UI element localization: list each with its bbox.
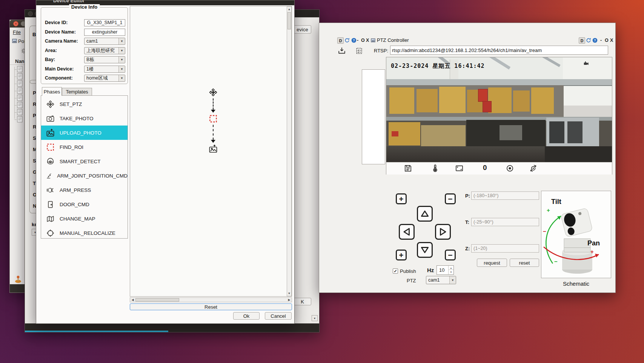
scroll-left-arrow[interactable]: ◀ xyxy=(130,298,135,302)
minimize-button[interactable]: - xyxy=(600,38,602,43)
zoom-input[interactable] xyxy=(471,244,539,253)
field-label: Device Name: xyxy=(45,29,76,35)
chevron-down-icon: ▼ xyxy=(118,66,125,72)
reload-icon[interactable] xyxy=(344,37,350,43)
tab-phases[interactable]: Phases xyxy=(42,87,62,96)
tree-item-document-icon[interactable] xyxy=(17,87,23,94)
fullscreen-icon[interactable] xyxy=(455,164,464,173)
tree-item-document-icon[interactable] xyxy=(17,80,23,87)
combo-value: B栋 xyxy=(85,57,118,63)
camera-name-select[interactable]: cam1▼ xyxy=(84,38,125,45)
tilt-down-button[interactable] xyxy=(417,242,433,258)
pan-label: Pan xyxy=(587,239,600,247)
rtsp-input[interactable] xyxy=(390,46,608,55)
pan-field-label: P: xyxy=(465,193,470,199)
bay-select[interactable]: B栋▼ xyxy=(84,56,125,63)
maximize-button[interactable]: O xyxy=(605,38,609,43)
scrollbar-thumb[interactable] xyxy=(135,298,179,302)
close-button[interactable]: X xyxy=(366,38,369,43)
main-device-select[interactable]: 1楼▼ xyxy=(84,66,125,73)
tilt-input[interactable] xyxy=(471,218,539,226)
scroll-up-arrow[interactable]: ▲ xyxy=(287,7,291,12)
spin-down-button[interactable]: ▼ xyxy=(448,270,453,274)
ok-button-clipped[interactable]: K xyxy=(294,298,311,305)
ptz-reset-button[interactable]: reset xyxy=(510,259,539,267)
phase-item-take_photo[interactable]: TAKE_PHOTO xyxy=(41,111,128,126)
area-select[interactable]: 上海联想研究▼ xyxy=(84,47,125,54)
ok-button[interactable]: Ok xyxy=(233,312,260,320)
focus-in-button[interactable]: − xyxy=(445,250,456,260)
phase-item-manual_relocalize[interactable]: MANUAL_RELOCALIZE xyxy=(41,226,128,240)
pan-input[interactable] xyxy=(471,191,539,200)
phase-item-door_cmd[interactable]: DOOR_CMD xyxy=(41,197,128,211)
record-icon[interactable] xyxy=(506,164,514,173)
tree-item-document-icon[interactable] xyxy=(17,109,23,115)
tilt-up-button[interactable] xyxy=(417,206,433,222)
scroll-right-arrow[interactable]: ▶ xyxy=(287,298,292,302)
phase-item-upload_photo[interactable]: UPLOAD_PHOTO xyxy=(41,126,128,140)
dialog-title: Device Editor xyxy=(53,0,85,3)
close-button[interactable]: X xyxy=(610,38,613,43)
reset-button[interactable]: Reset xyxy=(130,303,292,310)
dock-button[interactable]: D xyxy=(579,37,585,44)
flow-node-upload_photo[interactable] xyxy=(209,144,218,153)
cancel-button[interactable]: Cancel xyxy=(265,312,292,320)
flow-node-set_ptz[interactable] xyxy=(209,88,218,97)
tree-item-document-icon[interactable] xyxy=(17,95,23,101)
svg-text:?: ? xyxy=(594,38,596,42)
scroll-down-arrow[interactable]: ▼ xyxy=(287,291,291,296)
temperature-icon[interactable] xyxy=(431,164,440,173)
pan-right-button[interactable] xyxy=(435,224,451,240)
scrollbar-thumb[interactable] xyxy=(287,12,291,29)
help-icon[interactable]: ? xyxy=(592,37,598,43)
horizontal-scrollbar[interactable]: ◀ ▶ xyxy=(130,297,292,302)
phase-item-smart_detect[interactable]: SMART_DETECT xyxy=(41,154,128,168)
phase-item-find_roi[interactable]: FIND_ROI xyxy=(41,140,128,154)
desktop: × File Point Nan BuIPRPRSMSGTONke ▾ evic… xyxy=(0,0,644,363)
pan-left-button[interactable] xyxy=(399,224,415,240)
phase-label: UPLOAD_PHOTO xyxy=(60,130,101,136)
vertical-scrollbar[interactable]: ▲ ▼ xyxy=(287,6,292,296)
flow-canvas[interactable]: ▲ ▼ xyxy=(130,6,292,297)
phase-item-set_ptz[interactable]: SET_PTZ xyxy=(41,97,128,111)
clipped-dropdown-arrow[interactable]: ▾ xyxy=(312,315,318,321)
device-button-clipped[interactable]: evice xyxy=(294,25,311,34)
dock-button[interactable]: D xyxy=(337,37,344,44)
hz-value: 10 xyxy=(439,267,444,273)
save-icon[interactable] xyxy=(404,164,412,173)
tree-item-document-icon[interactable] xyxy=(17,102,23,108)
zoom-in-button[interactable]: + xyxy=(396,193,407,204)
hz-spinbox[interactable]: 10 ▲ ▼ xyxy=(437,265,454,275)
video-toolbar: 0 xyxy=(386,162,612,175)
checklist-icon[interactable] xyxy=(355,47,363,55)
tree-item-document-icon[interactable] xyxy=(17,73,23,80)
phase-item-arm_joint_position_cmd[interactable]: ARM_JOINT_POSITION_CMD xyxy=(41,168,128,183)
ptz-camera-select[interactable]: cam1 ▼ xyxy=(426,276,456,284)
phase-item-arm_press[interactable]: ARM_PRESS xyxy=(41,183,128,197)
auto-scan-icon[interactable] xyxy=(529,164,538,173)
download-icon[interactable] xyxy=(338,47,346,55)
red-poster xyxy=(483,101,492,112)
device-info-row: Main Device:1楼▼ xyxy=(45,65,125,73)
reload-icon[interactable] xyxy=(586,37,592,43)
tree-item-document-icon[interactable] xyxy=(17,116,23,123)
minimize-button[interactable]: - xyxy=(357,38,358,43)
device-id-input[interactable]: G_X30_SMP1_1 xyxy=(84,19,125,26)
field-label: Device ID: xyxy=(45,20,68,25)
publish-checkbox[interactable]: ✓ xyxy=(393,268,398,274)
tree-item-document-icon[interactable] xyxy=(17,66,23,72)
component-select[interactable]: home区域▼ xyxy=(84,75,125,82)
zoom-out-button[interactable]: + xyxy=(396,250,407,260)
tab-templates[interactable]: Templates xyxy=(62,88,92,96)
flow-arrowhead xyxy=(211,140,215,143)
phase-item-change_map[interactable]: CHANGE_MAP xyxy=(41,211,128,226)
request-button[interactable]: request xyxy=(477,259,507,267)
flow-node-find_roi[interactable] xyxy=(209,114,218,123)
zero-indicator[interactable]: 0 xyxy=(483,164,487,172)
focus-out-button[interactable]: − xyxy=(445,193,456,204)
maximize-button[interactable]: O xyxy=(361,38,365,43)
device-name-input[interactable]: extinguisher xyxy=(84,29,125,36)
hz-label: Hz xyxy=(427,267,434,273)
joystick-icon[interactable] xyxy=(14,274,23,283)
help-icon[interactable]: ? xyxy=(351,37,357,43)
